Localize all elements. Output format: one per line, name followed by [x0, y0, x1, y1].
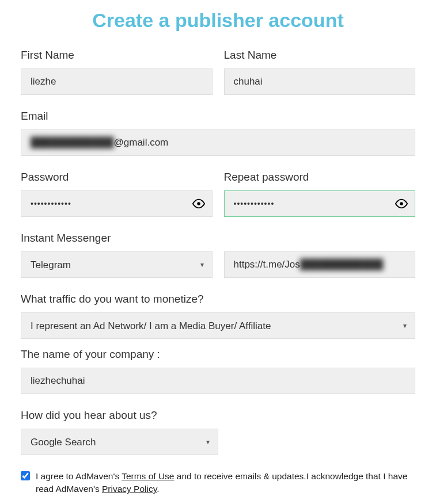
password-label: Password [21, 171, 213, 184]
im-handle-prefix: https://t.me/Jos [234, 259, 300, 270]
privacy-link[interactable]: Privacy Policy [102, 484, 157, 494]
last-name-label: Last Name [224, 49, 416, 62]
im-handle-redacted: ████████████ [300, 259, 384, 270]
consent-text: I agree to AdMaven's Terms of Use and to… [36, 470, 415, 496]
email-suffix: @gmail.com [114, 137, 169, 148]
password-input[interactable] [31, 191, 203, 216]
page-title: Create a publisher account [21, 9, 415, 32]
im-label: Instant Messenger [21, 232, 415, 245]
first-name-label: First Name [21, 49, 213, 62]
im-handle-box[interactable]: https://t.me/Jos████████████ [224, 251, 416, 278]
traffic-label: What traffic do you want to monetize? [21, 293, 415, 306]
email-label: Email [21, 110, 415, 123]
consent-checkbox[interactable] [21, 471, 30, 480]
first-name-input[interactable] [31, 69, 203, 94]
hear-about-label: How did you hear about us? [21, 409, 415, 422]
email-redacted: ████████████ [31, 137, 114, 148]
company-input[interactable] [31, 368, 405, 394]
im-type-select[interactable]: Telegram [31, 252, 203, 277]
repeat-password-input[interactable] [234, 191, 406, 216]
traffic-select[interactable]: I represent an Ad Network/ I am a Media … [31, 313, 405, 338]
svg-point-0 [197, 202, 200, 205]
eye-icon[interactable] [395, 197, 408, 210]
terms-link[interactable]: Terms of Use [122, 471, 174, 481]
repeat-password-label: Repeat password [224, 171, 416, 184]
email-input-box[interactable]: ████████████@gmail.com [21, 129, 415, 156]
company-label: The name of your company : [21, 348, 415, 361]
eye-icon[interactable] [192, 197, 205, 210]
hear-about-select[interactable]: Google Search [31, 429, 208, 455]
svg-point-1 [400, 202, 403, 205]
last-name-input[interactable] [234, 69, 406, 94]
